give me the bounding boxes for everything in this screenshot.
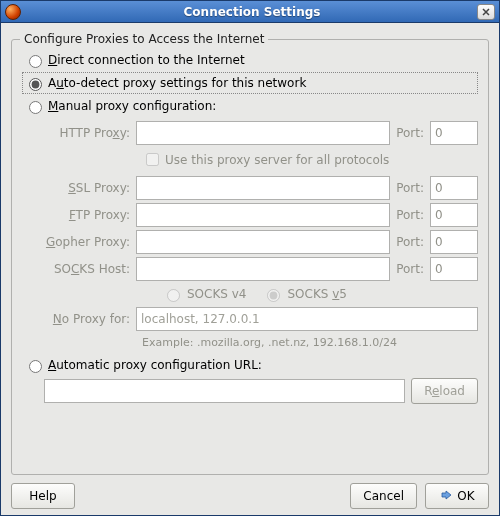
cancel-button[interactable]: Cancel	[350, 483, 417, 509]
ok-icon	[439, 489, 453, 503]
reload-button[interactable]: Reload	[411, 378, 478, 404]
radio-manual-row[interactable]: Manual proxy configuration:	[22, 95, 478, 117]
ok-button-label: OK	[457, 489, 474, 503]
radio-auto[interactable]	[29, 78, 42, 91]
radio-manual[interactable]	[29, 101, 42, 114]
no-proxy-label: No Proxy for:	[44, 312, 136, 326]
radio-auto-label: Auto-detect proxy settings for this netw…	[48, 76, 306, 90]
socks-v4-label: SOCKS v4	[187, 287, 246, 301]
socks-version-row: SOCKS v4 SOCKS v5	[162, 284, 478, 304]
pac-url-input[interactable]	[44, 379, 405, 403]
pac-url-row: Reload	[44, 378, 478, 404]
ftp-proxy-input[interactable]	[136, 203, 390, 227]
no-proxy-input[interactable]	[136, 307, 478, 331]
gopher-proxy-row: Gopher Proxy: Port:	[44, 230, 478, 254]
socks-host-label: SOCKS Host:	[44, 262, 136, 276]
ssl-port-input[interactable]	[430, 176, 478, 200]
http-proxy-label: HTTP Proxy:	[44, 126, 136, 140]
radio-direct-label: Direct connection to the Internet	[48, 53, 245, 67]
socks-v5-option[interactable]: SOCKS v5	[262, 286, 347, 302]
socks-v4-radio[interactable]	[167, 289, 180, 302]
socks-v4-option[interactable]: SOCKS v4	[162, 286, 246, 302]
use-for-all-checkbox[interactable]	[146, 153, 159, 166]
use-for-all-row[interactable]: Use this proxy server for all protocols	[142, 148, 478, 173]
gopher-proxy-label: Gopher Proxy:	[44, 235, 136, 249]
http-proxy-input[interactable]	[136, 121, 390, 145]
connection-settings-window: Connection Settings Configure Proxies to…	[0, 0, 500, 516]
radio-direct-row[interactable]: Direct connection to the Internet	[22, 49, 478, 71]
ssl-port-label: Port:	[390, 181, 430, 195]
socks-v5-radio[interactable]	[267, 289, 280, 302]
no-proxy-row: No Proxy for:	[44, 307, 478, 331]
ssl-proxy-input[interactable]	[136, 176, 390, 200]
gopher-proxy-input[interactable]	[136, 230, 390, 254]
ftp-port-label: Port:	[390, 208, 430, 222]
close-button[interactable]	[477, 4, 495, 20]
http-port-input[interactable]	[430, 121, 478, 145]
socks-v5-label: SOCKS v5	[287, 287, 347, 301]
ssl-proxy-row: SSL Proxy: Port:	[44, 176, 478, 200]
proxy-groupbox: Configure Proxies to Access the Internet…	[11, 39, 489, 475]
radio-auto-row[interactable]: Auto-detect proxy settings for this netw…	[22, 72, 478, 94]
close-icon	[482, 8, 490, 16]
ftp-proxy-label: FTP Proxy:	[44, 208, 136, 222]
radio-direct[interactable]	[29, 55, 42, 68]
socks-host-input[interactable]	[136, 257, 390, 281]
http-proxy-row: HTTP Proxy: Port:	[44, 121, 478, 145]
ssl-proxy-label: SSL Proxy:	[44, 181, 136, 195]
radio-manual-label: Manual proxy configuration:	[48, 99, 216, 113]
help-button-label: Help	[29, 489, 56, 503]
http-port-label: Port:	[390, 126, 430, 140]
socks-port-label: Port:	[390, 262, 430, 276]
socks-host-row: SOCKS Host: Port:	[44, 257, 478, 281]
ok-button[interactable]: OK	[425, 483, 489, 509]
gopher-port-input[interactable]	[430, 230, 478, 254]
radio-pac-label: Automatic proxy configuration URL:	[48, 358, 262, 372]
manual-proxy-grid: HTTP Proxy: Port: Use this proxy server …	[44, 121, 478, 353]
groupbox-title: Configure Proxies to Access the Internet	[20, 32, 268, 46]
cancel-button-label: Cancel	[363, 489, 404, 503]
help-button[interactable]: Help	[11, 483, 75, 509]
titlebar[interactable]: Connection Settings	[1, 1, 499, 23]
use-for-all-label: Use this proxy server for all protocols	[165, 153, 389, 167]
radio-pac-row[interactable]: Automatic proxy configuration URL:	[22, 354, 478, 376]
socks-port-input[interactable]	[430, 257, 478, 281]
radio-pac[interactable]	[29, 360, 42, 373]
ftp-proxy-row: FTP Proxy: Port:	[44, 203, 478, 227]
app-icon	[5, 4, 21, 20]
reload-button-label: Reload	[424, 384, 465, 398]
ftp-port-input[interactable]	[430, 203, 478, 227]
window-title: Connection Settings	[27, 5, 477, 19]
gopher-port-label: Port:	[390, 235, 430, 249]
no-proxy-example: Example: .mozilla.org, .net.nz, 192.168.…	[142, 334, 478, 353]
button-bar: Help Cancel OK	[11, 475, 489, 509]
content-area: Configure Proxies to Access the Internet…	[1, 23, 499, 515]
